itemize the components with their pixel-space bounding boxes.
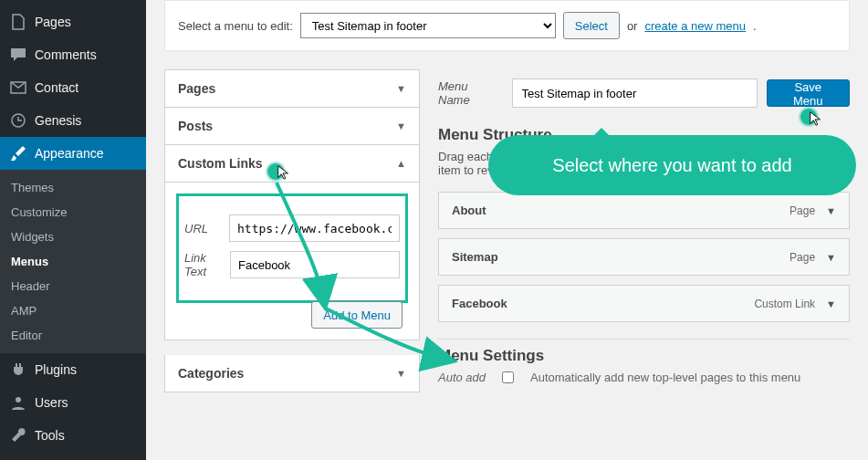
menu-item-type: Custom Link [754,298,815,310]
link-text-label: Link Text [184,251,223,278]
cursor-icon [276,164,292,181]
separator [438,339,850,340]
sidebar-item-contact[interactable]: Contact [0,71,146,104]
auto-add-label: Auto add [438,371,486,384]
menu-item[interactable]: About Page▼ [438,192,850,229]
auto-add-checkbox[interactable] [502,371,514,383]
submenu-menus[interactable]: Menus [0,249,146,274]
submenu-widgets[interactable]: Widgets [0,225,146,249]
accordion-title: Custom Links [178,156,263,171]
or-text: or [627,19,638,33]
sidebar-item-label: Comments [35,47,97,62]
menu-item[interactable]: Sitemap Page▼ [438,238,850,276]
auto-add-desc: Automatically add new top-level pages to… [530,371,800,384]
menu-picker-bar: Select a menu to edit: Test Sitemap in f… [164,0,850,51]
sidebar-submenu: Themes Customize Widgets Menus Header AM… [0,170,146,353]
sidebar-item-appearance[interactable]: Appearance [0,137,146,170]
submenu-header[interactable]: Header [0,274,146,298]
sidebar-item-label: Plugins [35,362,77,377]
select-button[interactable]: Select [563,12,620,39]
accordion-column: Pages▼ Posts▼ Custom Links▲ URL Link Tex… [164,69,420,392]
url-label: URL [184,222,222,235]
submenu-amp[interactable]: AMP [0,298,146,323]
menu-structure-desc: Drag each item into the order you prefer… [438,150,850,177]
sidebar-item-tools[interactable]: Tools [0,419,146,452]
chevron-down-icon: ▼ [396,83,406,94]
sidebar-item-label: Tools [35,428,65,443]
accordion-custom-links: Custom Links▲ URL Link Text Add to M [164,145,420,340]
create-menu-link[interactable]: create a new menu [644,19,746,33]
plug-icon [9,361,27,379]
sidebar-item-pages[interactable]: Pages [0,5,146,38]
svg-point-2 [16,397,21,402]
menu-item[interactable]: Facebook Custom Link▼ [438,285,850,322]
chevron-down-icon[interactable]: ▼ [826,298,836,309]
main-content: Select a menu to edit: Test Sitemap in f… [146,0,868,460]
sidebar-item-label: Appearance [35,146,104,161]
genesis-icon [9,111,27,130]
admin-sidebar: Pages Comments Contact Genesis Appearanc… [0,0,146,460]
menu-settings-heading: Menu Settings [438,347,850,365]
menu-item-label: Sitemap [452,250,498,264]
chevron-down-icon: ▼ [396,120,406,131]
save-menu-button[interactable]: Save Menu [767,79,851,107]
add-to-menu-button[interactable]: Add to Menu [311,301,403,329]
sidebar-item-label: Contact [35,80,78,95]
accordion-pages[interactable]: Pages▼ [164,69,420,108]
menu-item-label: About [452,204,486,217]
accordion-categories[interactable]: Categories▼ [164,355,420,392]
link-text-input[interactable] [230,251,400,278]
url-input[interactable] [229,214,400,242]
chevron-up-icon: ▲ [396,158,406,169]
chevron-down-icon[interactable]: ▼ [826,252,836,263]
accordion-header[interactable]: Custom Links▲ [165,145,419,183]
submenu-editor[interactable]: Editor [0,323,146,348]
chevron-down-icon: ▼ [396,368,406,379]
menu-item-label: Facebook [452,297,507,310]
chevron-down-icon[interactable]: ▼ [826,205,836,216]
mail-icon [9,78,27,97]
submenu-themes[interactable]: Themes [0,175,146,200]
sidebar-item-label: Genesis [35,113,81,128]
menu-select[interactable]: Test Sitemap in footer [300,13,556,38]
brush-icon [9,144,27,162]
sidebar-item-label: Users [35,395,68,410]
sidebar-item-label: Pages [35,15,71,29]
menu-name-label: Menu Name [438,79,503,107]
cursor-icon [808,110,824,127]
menu-editor-column: Menu Name Save Menu Menu Structure Drag … [438,69,850,384]
sidebar-item-users[interactable]: Users [0,386,146,419]
custom-link-form: URL Link Text [176,193,408,303]
accordion-title: Posts [178,119,213,133]
menu-structure-heading: Menu Structure [438,126,850,144]
sidebar-item-comments[interactable]: Comments [0,38,146,71]
page-icon [9,13,27,31]
accordion-posts[interactable]: Posts▼ [164,108,420,145]
comment-icon [9,46,27,64]
sidebar-item-genesis[interactable]: Genesis [0,104,146,137]
user-icon [9,393,27,412]
wrench-icon [9,426,27,444]
sidebar-item-plugins[interactable]: Plugins [0,353,146,386]
menu-item-type: Page [790,251,815,264]
picker-label: Select a menu to edit: [178,19,293,33]
submenu-customize[interactable]: Customize [0,200,146,225]
menu-name-input[interactable] [512,78,758,108]
accordion-title: Pages [178,81,215,96]
menu-item-type: Page [790,204,815,217]
accordion-title: Categories [178,366,244,381]
